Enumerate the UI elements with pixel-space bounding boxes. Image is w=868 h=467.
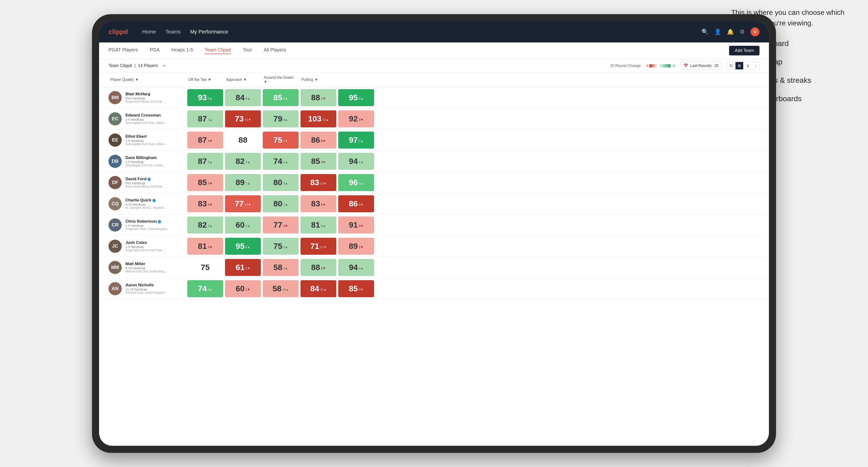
player-club: Sunningdale Golf Club, United Kingdom [125, 121, 168, 125]
score-cell[interactable]: 799▲ [263, 111, 299, 127]
sub-nav-pga[interactable]: PGA [150, 47, 160, 54]
score-cell[interactable]: 824▲ [225, 153, 261, 170]
score-cell[interactable]: 871▲ [187, 111, 223, 127]
score-cell[interactable]: 943▲ [338, 259, 374, 276]
score-cell[interactable]: 7111▼ [301, 238, 336, 255]
table-row[interactable]: JC Josh Coles 1-5 Handicap Royal North D… [99, 236, 769, 257]
score-cell[interactable]: 7311▼ [225, 111, 261, 127]
player-name[interactable]: Blair McHarg [125, 92, 168, 96]
score-cell[interactable]: 752▲ [263, 238, 299, 255]
nav-link-home[interactable]: Home [142, 29, 156, 35]
search-icon[interactable]: 🔍 [702, 29, 709, 35]
team-edit-icon[interactable]: ✏ [163, 63, 166, 68]
player-name[interactable]: Aaron Nicholls [125, 283, 165, 287]
score-cell[interactable]: 958▲ [225, 238, 261, 255]
view-grid-btn[interactable]: ⊞ [736, 62, 743, 69]
table-row[interactable]: AN Aaron Nicholls 11-15 Handicap Drift G… [99, 278, 769, 299]
sub-nav-allplayers[interactable]: All Players [264, 47, 286, 54]
player-name[interactable]: Chris Robertson [125, 219, 167, 224]
table-row[interactable]: MM Matt Miller 6-10 Handicap Woburn Golf… [99, 257, 769, 278]
table-row[interactable]: EE Elliot Ebert 1-5 Handicap Sunningdale… [99, 129, 769, 151]
score-cell[interactable]: 853▼ [301, 153, 336, 170]
player-avatar: DF [108, 176, 122, 189]
score-cell[interactable]: 963▲ [338, 174, 374, 191]
sub-nav-tour[interactable]: Tour [243, 47, 252, 54]
score-cell[interactable]: 846▲ [225, 89, 261, 106]
score-cell[interactable]: 959▲ [338, 89, 374, 106]
score-cell[interactable]: 741▲ [263, 153, 299, 170]
player-name[interactable]: Edward Crossman [125, 113, 168, 118]
score-cell[interactable]: 5810▲ [263, 280, 299, 297]
score-cell[interactable]: 882▼ [301, 259, 336, 276]
player-avatar: EC [108, 112, 122, 125]
score-cell[interactable]: 813▼ [187, 238, 223, 255]
player-avatar: MM [108, 261, 122, 274]
table-row[interactable]: CQ Charlie Quick 6-10 Handicap St. Georg… [99, 193, 769, 214]
score-cell[interactable]: 584▲ [263, 259, 299, 276]
table-row[interactable]: CR Chris Robertson 1-5 Handicap Craigmil… [99, 214, 769, 236]
score-cell[interactable]: 941▲ [338, 153, 374, 170]
table-row[interactable]: BM Blair McHarg Plus Handicap Royal Nort… [99, 87, 769, 108]
score-cell[interactable]: 814▲ [301, 217, 336, 234]
score-cell[interactable]: 873▼ [187, 132, 223, 149]
score-cell[interactable]: 8310▼ [301, 174, 336, 191]
score-cell[interactable]: 853▼ [187, 174, 223, 191]
user-avatar[interactable]: U [750, 27, 760, 36]
table-row[interactable]: DB Dave Billingham 1-5 Handicap Gog Mago… [99, 151, 769, 172]
score-cell[interactable]: 913▼ [338, 217, 374, 234]
nav-link-teams[interactable]: Teams [165, 29, 181, 35]
score-cell[interactable]: 75 [187, 259, 223, 276]
score-cell[interactable]: 854▼ [338, 280, 374, 297]
score-cell[interactable]: 892▼ [338, 238, 374, 255]
score-cell[interactable]: 823▲ [187, 217, 223, 234]
score-cell[interactable]: 936▲ [187, 89, 223, 106]
player-name[interactable]: Charlie Quick [125, 198, 168, 203]
score-cell[interactable]: 773▼ [263, 217, 299, 234]
score-cell[interactable]: 88 [225, 132, 261, 149]
score-cell[interactable]: 613▼ [225, 259, 261, 276]
score-cell[interactable]: 602▲ [225, 217, 261, 234]
view-heatmap-btn[interactable]: 🌡 [744, 62, 752, 69]
score-cell[interactable]: 801▲ [263, 195, 299, 212]
score-cell[interactable]: 858▲ [263, 89, 299, 106]
view-export-btn[interactable]: ↓ [753, 62, 759, 69]
score-cell[interactable]: 601▼ [225, 280, 261, 297]
player-name[interactable]: David Ford [125, 177, 168, 181]
score-cell[interactable]: 881▼ [301, 89, 336, 106]
nav-logo[interactable]: clippd [108, 28, 128, 36]
score-cell[interactable]: 803▲ [263, 174, 299, 191]
player-info: CR Chris Robertson 1-5 Handicap Craigmil… [108, 216, 186, 234]
score-cell[interactable]: 868▼ [338, 195, 374, 212]
add-team-button[interactable]: Add Team [729, 46, 760, 55]
player-handicap: Plus Handicap [125, 181, 168, 185]
score-cell[interactable]: 897▲ [225, 174, 261, 191]
player-name[interactable]: Elliot Ebert [125, 134, 168, 139]
bell-icon[interactable]: 🔔 [727, 29, 734, 35]
player-name[interactable]: Dave Billingham [125, 155, 168, 160]
player-name[interactable]: Josh Coles [125, 240, 168, 245]
last-rounds-button[interactable]: 📅 Last Rounds: 20 [680, 62, 722, 69]
score-cell[interactable]: 8421▲ [301, 280, 336, 297]
sub-nav-pgat[interactable]: PGAT Players [108, 47, 138, 54]
view-list-btn[interactable]: ☰ [727, 62, 735, 69]
score-cell[interactable]: 923▼ [338, 111, 374, 127]
player-handicap: 6-10 Handicap [125, 266, 168, 270]
score-cell[interactable]: 7714▼ [225, 195, 261, 212]
player-name[interactable]: Matt Miller [125, 261, 168, 266]
sub-nav-teamclippd[interactable]: Team Clippd [205, 47, 231, 54]
score-cell[interactable]: 874▲ [187, 153, 223, 170]
sub-nav-hcaps[interactable]: Hcaps 1-5 [172, 47, 193, 54]
settings-icon[interactable]: ⚙ [740, 29, 745, 35]
score-cell[interactable]: 833▼ [187, 195, 223, 212]
score-cell[interactable]: 748▲ [187, 280, 223, 297]
table-row[interactable]: EC Edward Crossman 1-5 Handicap Sunningd… [99, 108, 769, 129]
score-cell[interactable]: 866▼ [301, 132, 336, 149]
table-row[interactable]: DF David Ford Plus Handicap Royal North … [99, 172, 769, 193]
nav-link-myperformance[interactable]: My Performance [190, 29, 228, 35]
player-text: Dave Billingham 1-5 Handicap Gog Magog G… [125, 155, 168, 167]
score-cell[interactable]: 753▼ [263, 132, 299, 149]
score-cell[interactable]: 10315▲ [301, 111, 336, 127]
user-icon[interactable]: 👤 [714, 29, 721, 35]
score-cell[interactable]: 975▲ [338, 132, 374, 149]
score-cell[interactable]: 836▼ [301, 195, 336, 212]
